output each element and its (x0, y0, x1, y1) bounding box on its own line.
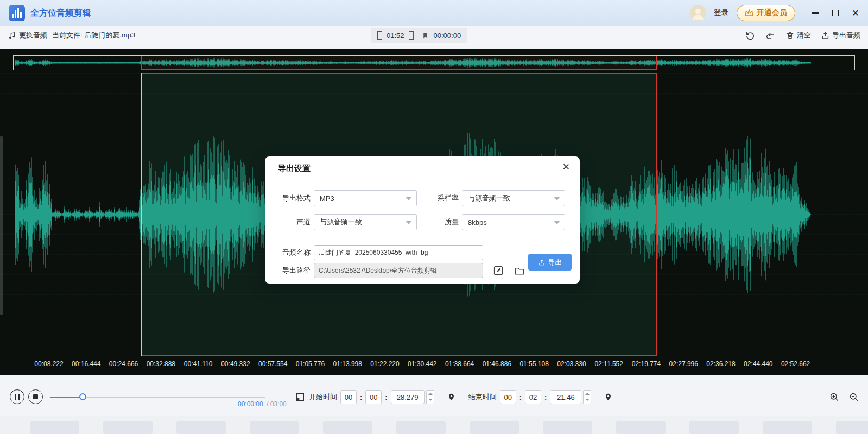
export-path-label: 导出路径 (265, 263, 311, 278)
end-time-label: 结束时间 (468, 392, 497, 402)
progress-slider[interactable] (50, 393, 265, 401)
set-end-pin-icon[interactable] (604, 392, 612, 402)
preset-strip (0, 416, 868, 434)
vertical-scrollbar[interactable] (0, 136, 3, 315)
trim-icon[interactable] (295, 392, 306, 402)
time-label: 00:57.554 (258, 360, 287, 368)
undo-button[interactable] (745, 30, 756, 41)
slider-handle[interactable] (79, 393, 86, 400)
stop-button[interactable] (28, 389, 43, 404)
vip-button[interactable]: 开通会员 (737, 5, 795, 21)
preset-item[interactable] (176, 421, 226, 434)
total-time: / 03:00 (267, 400, 287, 408)
preset-item[interactable] (396, 421, 446, 434)
change-audio-label: 更换音频 (19, 30, 47, 40)
overview-selection[interactable] (141, 56, 657, 70)
preset-item[interactable] (323, 421, 372, 434)
preset-item[interactable] (250, 421, 299, 434)
time-label: 01:13.998 (333, 360, 362, 368)
playhead-line[interactable] (141, 73, 142, 356)
preset-item[interactable] (30, 421, 79, 434)
channel-label: 声道 (265, 214, 311, 230)
minimize-icon (812, 12, 819, 14)
step-up-icon[interactable] (427, 391, 434, 397)
time-label: 00:49.332 (221, 360, 250, 368)
redo-button[interactable] (765, 30, 776, 41)
channel-value: 与源音频一致 (320, 217, 362, 227)
colon-separator: : (360, 393, 362, 401)
avatar[interactable] (690, 5, 706, 21)
time-label: 00:08.222 (34, 360, 63, 368)
samplerate-dropdown[interactable]: 与源音频一致 (462, 190, 565, 206)
overview-strip[interactable] (13, 55, 855, 70)
time-label: 01:46.886 (483, 360, 511, 368)
end-hours-field[interactable]: 00 (500, 390, 516, 404)
start-seconds-field[interactable]: 28.279 (391, 390, 425, 404)
time-label: 00:16.444 (72, 360, 100, 368)
preset-item[interactable] (470, 421, 519, 434)
end-minutes-field[interactable]: 02 (525, 390, 541, 404)
time-label: 02:52.662 (781, 360, 810, 368)
upload-icon (538, 259, 546, 266)
time-readout: 00:00:00 / 03:00 (238, 400, 287, 408)
bookmark-icon[interactable] (422, 32, 429, 40)
app-logo-icon (9, 5, 25, 21)
export-audio-label: 导出音频 (832, 30, 860, 40)
export-path-input[interactable] (314, 263, 483, 278)
title-bar: 全方位音频剪辑 登录 开通会员 ✕ (0, 0, 868, 26)
samplerate-value: 与源音频一致 (468, 193, 510, 203)
slider-fill (50, 397, 83, 398)
rename-button[interactable] (491, 263, 505, 278)
close-button[interactable]: ✕ (852, 9, 859, 18)
app-title: 全方位音频剪辑 (30, 8, 91, 19)
channel-dropdown[interactable]: 与源音频一致 (314, 214, 417, 230)
maximize-button[interactable] (832, 10, 839, 16)
step-down-icon[interactable] (584, 397, 591, 404)
step-down-icon[interactable] (427, 397, 434, 404)
zoom-in-icon[interactable] (829, 392, 840, 402)
samplerate-label: 采样率 (413, 190, 459, 206)
crown-icon (745, 9, 753, 17)
range-controls: 开始时间 00 : 00 : 28.279 结束时间 00 : 02 : 21.… (295, 380, 612, 414)
open-folder-button[interactable] (512, 264, 527, 278)
stop-icon (33, 394, 38, 399)
export-button[interactable]: 导出 (528, 254, 572, 271)
pause-button[interactable] (10, 389, 24, 404)
time-label: 02:11.552 (594, 360, 623, 368)
end-seconds-stepper[interactable] (583, 390, 591, 404)
zoom-out-icon[interactable] (848, 392, 859, 402)
colon-separator: : (544, 393, 547, 401)
audio-name-input[interactable] (314, 245, 483, 260)
export-settings-dialog: 导出设置 ✕ 导出格式 MP3 采样率 与源音频一致 声道 与源音频一致 质量 … (265, 156, 580, 284)
preset-item[interactable] (763, 421, 812, 434)
end-seconds-field[interactable]: 21.46 (550, 390, 581, 404)
set-start-pin-icon[interactable] (447, 392, 455, 402)
time-label: 02:44.440 (744, 360, 772, 368)
preset-item[interactable] (616, 421, 666, 434)
start-hours-field[interactable]: 00 (340, 390, 357, 404)
dialog-divider (265, 181, 580, 181)
bracket-right-icon (409, 31, 414, 40)
minimize-button[interactable] (812, 12, 819, 14)
quality-dropdown[interactable]: 8kbps (462, 214, 565, 230)
preset-item[interactable] (689, 421, 739, 434)
login-button[interactable]: 登录 (714, 8, 729, 18)
start-seconds-stepper[interactable] (426, 390, 434, 404)
export-button-label: 导出 (548, 257, 562, 267)
preset-item[interactable] (836, 421, 868, 434)
format-dropdown[interactable]: MP3 (314, 190, 417, 206)
dialog-close-icon[interactable]: ✕ (562, 162, 570, 172)
toolbar: 更换音频 当前文件: 后陡门的夏.mp3 01:52 00:00:00 (0, 26, 868, 45)
time-label: 01:05.776 (296, 360, 325, 368)
change-audio-button[interactable]: 更换音频 (8, 30, 47, 40)
preset-item[interactable] (103, 421, 153, 434)
preset-item[interactable] (543, 421, 592, 434)
start-minutes-field[interactable]: 00 (365, 390, 382, 404)
export-audio-button[interactable]: 导出音频 (821, 30, 860, 40)
maximize-icon (832, 10, 839, 16)
step-up-icon[interactable] (584, 391, 591, 397)
zoom-controls (829, 380, 859, 414)
clear-button[interactable]: 清空 (785, 30, 811, 40)
vip-label: 开通会员 (757, 8, 787, 18)
start-time-label: 开始时间 (309, 392, 337, 402)
